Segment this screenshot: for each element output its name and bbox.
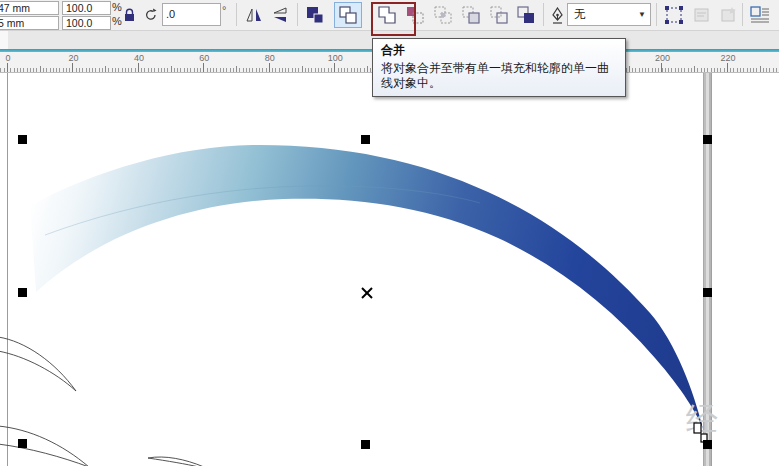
scale-horizontal-field[interactable] <box>62 1 111 15</box>
ruler-label: 0 <box>0 53 18 63</box>
selection-handle-bottom-middle[interactable] <box>361 440 370 449</box>
weld-tooltip: 合并 将对象合并至带有单一填充和轮廓的单一曲线对象中。 <box>372 38 626 97</box>
outline-pen-wrap <box>547 3 567 27</box>
selection-handle-bottom-left[interactable] <box>18 439 27 448</box>
outline-width-select[interactable]: 无 ▼ <box>567 3 651 26</box>
free-transform-icon <box>664 5 684 25</box>
lock-ratio-button[interactable] <box>119 3 139 27</box>
front-minus-back-icon <box>489 5 509 25</box>
tooltip-body: 将对象合并至带有单一填充和轮廓的单一曲线对象中。 <box>381 61 617 91</box>
ruler-label: 220 <box>718 53 738 63</box>
lock-icon <box>123 8 136 23</box>
ruler-label: 20 <box>63 53 83 63</box>
mirror-horizontal-button[interactable] <box>242 3 266 27</box>
rotation-icon-wrap <box>142 3 160 27</box>
free-transform-button[interactable] <box>662 3 686 27</box>
weld-result-button[interactable] <box>334 2 362 28</box>
object-height-field[interactable] <box>0 16 59 30</box>
degree-label: ° <box>222 4 226 16</box>
wrap-text-button[interactable] <box>748 3 772 27</box>
selection-handle-top-right[interactable] <box>703 135 712 144</box>
mirror-vertical-button[interactable] <box>268 3 292 27</box>
create-boundary-button[interactable] <box>514 3 538 27</box>
selection-handle-middle-right[interactable] <box>703 288 712 297</box>
drawing-canvas[interactable] <box>0 73 779 466</box>
combine-icon <box>305 5 325 25</box>
rotation-angle-field[interactable] <box>162 3 221 26</box>
simplify-button[interactable] <box>459 3 483 27</box>
create-boundary-icon <box>516 5 536 25</box>
page-right-edge <box>703 73 712 466</box>
selection-handle-top-left[interactable] <box>18 135 27 144</box>
ruler-label: 100 <box>325 53 345 63</box>
intersect-icon <box>433 5 453 25</box>
separator <box>297 3 298 26</box>
mirror-horizontal-icon <box>245 8 263 22</box>
apply-attributes-icon <box>719 5 739 25</box>
object-width-field[interactable] <box>0 1 59 15</box>
selection-handle-middle-left[interactable] <box>18 288 27 297</box>
weld-outline-icon <box>338 5 358 25</box>
outline-pen-icon <box>551 7 564 24</box>
combine-objects-button[interactable] <box>303 3 327 27</box>
selection-handle-top-middle[interactable] <box>361 135 370 144</box>
rotate-icon <box>144 8 158 22</box>
ruler-label: 200 <box>653 53 673 63</box>
ruler-label: 40 <box>129 53 149 63</box>
mirror-vertical-icon <box>273 6 287 24</box>
separator <box>236 3 237 26</box>
tooltip-title: 合并 <box>381 42 617 59</box>
front-minus-back-button[interactable] <box>487 3 511 27</box>
intersect-button[interactable] <box>431 3 455 27</box>
simplify-icon <box>461 5 481 25</box>
ruler-label: 80 <box>260 53 280 63</box>
ruler-label: 60 <box>194 53 214 63</box>
tab-band-left-gap <box>0 31 8 49</box>
annotation-highlight-box <box>371 2 416 36</box>
separator <box>656 3 657 26</box>
separator <box>543 3 544 26</box>
outline-width-value: 无 <box>568 7 634 22</box>
separator <box>742 3 743 26</box>
attributes-eyedropper-button[interactable] <box>690 3 714 27</box>
attributes-eyedropper-icon <box>692 5 712 25</box>
page-left-edge <box>7 73 8 466</box>
chevron-down-icon: ▼ <box>634 10 650 19</box>
wrap-text-icon <box>750 6 770 24</box>
scale-vertical-field[interactable] <box>62 16 111 30</box>
selection-handle-bottom-right[interactable] <box>703 440 712 449</box>
app-window: % % ° <box>0 0 779 466</box>
apply-attributes-button[interactable] <box>717 3 741 27</box>
